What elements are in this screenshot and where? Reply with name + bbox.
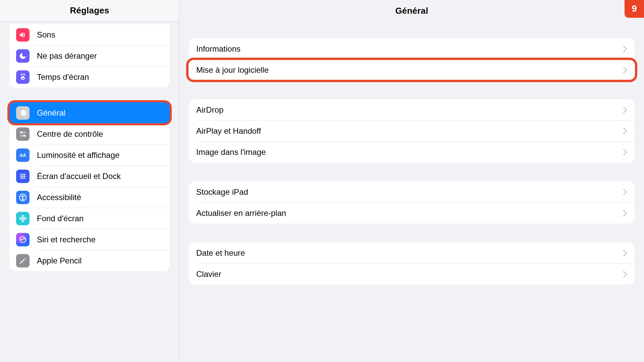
- sidebar-item-label: Fond d'écran: [37, 215, 84, 223]
- detail-item-label: Date et heure: [196, 248, 245, 258]
- sidebar-item-label: Siri et recherche: [37, 236, 96, 244]
- sidebar-item-apple-pencil[interactable]: Apple Pencil: [9, 250, 170, 271]
- detail-item-bg-refresh[interactable]: Actualiser en arrière-plan: [189, 202, 635, 224]
- sidebar-item-label: Luminosité et affichage: [37, 151, 119, 159]
- detail-group-0: Informations Mise à jour logicielle: [189, 38, 635, 80]
- detail-item-storage[interactable]: Stockage iPad: [189, 181, 635, 202]
- detail-item-airdrop[interactable]: AirDrop: [189, 99, 635, 120]
- chevron-right-icon: [623, 249, 627, 257]
- step-badge: 9: [625, 0, 644, 18]
- sidebar-item-home-dock[interactable]: Écran d'accueil et Dock: [9, 166, 170, 187]
- sidebar-item-siri[interactable]: Siri et recherche: [9, 229, 170, 250]
- sidebar-item-label: Sons: [37, 31, 55, 39]
- detail-pane: 9 Général Informations Mise à jour logic…: [179, 0, 644, 362]
- sidebar-item-screen-time[interactable]: Temps d'écran: [9, 66, 170, 87]
- switches-icon: [16, 127, 30, 141]
- chevron-right-icon: [623, 106, 627, 114]
- detail-group-2: Stockage iPad Actualiser en arrière-plan: [189, 181, 635, 224]
- chevron-right-icon: [623, 45, 627, 53]
- sound-icon: [16, 28, 30, 42]
- home-screen-icon: [16, 170, 30, 183]
- sidebar-item-control-center[interactable]: Centre de contrôle: [9, 123, 170, 144]
- detail-item-date-time[interactable]: Date et heure: [189, 242, 635, 263]
- hourglass-icon: [16, 70, 30, 84]
- sidebar-item-label: Centre de contrôle: [37, 130, 103, 138]
- sidebar-item-label: Écran d'accueil et Dock: [37, 172, 121, 180]
- chevron-right-icon: [623, 270, 627, 278]
- sidebar-item-label: Ne pas déranger: [37, 52, 97, 60]
- detail-item-label: Mise à jour logicielle: [196, 65, 269, 75]
- gear-icon: [16, 106, 30, 120]
- detail-item-about[interactable]: Informations: [189, 38, 635, 59]
- detail-item-label: Actualiser en arrière-plan: [196, 208, 286, 218]
- sidebar-item-label: Accessibilité: [37, 193, 81, 201]
- detail-scroll[interactable]: Informations Mise à jour logicielle AirD…: [179, 21, 644, 362]
- sidebar-item-label: Temps d'écran: [37, 73, 89, 81]
- sidebar-item-wallpaper[interactable]: Fond d'écran: [9, 208, 170, 229]
- sidebar-title: Réglages: [0, 0, 179, 21]
- detail-item-keyboard[interactable]: Clavier: [189, 263, 635, 285]
- detail-item-label: AirDrop: [196, 105, 223, 115]
- sidebar-group-0: Sons Ne pas déranger Temps d'écran: [9, 24, 170, 87]
- siri-icon: [16, 233, 30, 246]
- sidebar-item-label: Général: [37, 109, 65, 117]
- moon-icon: [16, 49, 30, 63]
- sidebar-item-sounds[interactable]: Sons: [9, 24, 170, 45]
- detail-item-label: Informations: [196, 44, 240, 54]
- detail-item-label: Clavier: [196, 269, 221, 279]
- chevron-right-icon: [623, 188, 627, 196]
- sidebar-item-label: Apple Pencil: [37, 257, 82, 265]
- sidebar-item-general[interactable]: Général: [9, 102, 170, 123]
- chevron-right-icon: [623, 127, 627, 135]
- accessibility-icon: [16, 191, 30, 204]
- detail-item-label: AirPlay et Handoff: [196, 126, 261, 136]
- detail-group-3: Date et heure Clavier: [189, 242, 635, 285]
- detail-item-label: Stockage iPad: [196, 187, 248, 197]
- pencil-icon: [16, 254, 30, 267]
- sidebar-item-display[interactable]: Luminosité et affichage: [9, 144, 170, 166]
- sidebar-item-dnd[interactable]: Ne pas déranger: [9, 45, 170, 66]
- chevron-right-icon: [623, 148, 627, 156]
- settings-sidebar: Réglages Sons Ne pas déranger Temps d'éc…: [0, 0, 179, 362]
- detail-group-1: AirDrop AirPlay et Handoff Image dans l'…: [189, 99, 635, 163]
- sidebar-group-1: Général Centre de contrôle Luminosité et…: [9, 102, 170, 271]
- sidebar-scroll[interactable]: Sons Ne pas déranger Temps d'écran Génér…: [0, 21, 179, 362]
- text-size-icon: [16, 148, 30, 162]
- wallpaper-icon: [16, 212, 30, 225]
- sidebar-item-accessibility[interactable]: Accessibilité: [9, 187, 170, 208]
- detail-item-airplay[interactable]: AirPlay et Handoff: [189, 120, 635, 141]
- detail-item-label: Image dans l'image: [196, 147, 266, 157]
- chevron-right-icon: [623, 66, 627, 74]
- detail-title: Général: [179, 0, 644, 21]
- detail-item-software-update[interactable]: Mise à jour logicielle: [189, 59, 635, 80]
- detail-item-pip[interactable]: Image dans l'image: [189, 141, 635, 163]
- chevron-right-icon: [623, 209, 627, 217]
